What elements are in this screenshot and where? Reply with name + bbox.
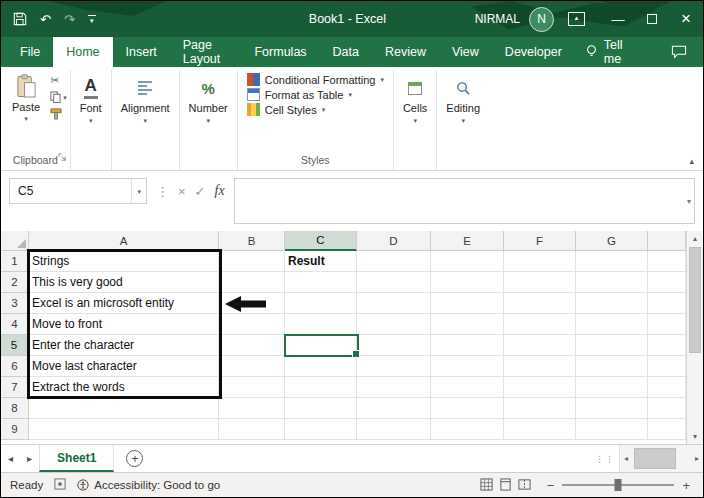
save-icon[interactable] xyxy=(13,12,27,26)
cell-G7[interactable] xyxy=(576,377,648,398)
name-box-dropdown-icon[interactable]: ▾ xyxy=(131,179,146,203)
scroll-right-icon[interactable]: ▸ xyxy=(691,454,703,463)
cell-B5[interactable] xyxy=(219,335,285,356)
cell-E8[interactable] xyxy=(431,398,504,419)
row-header-9[interactable]: 9 xyxy=(1,419,29,440)
zoom-in-icon[interactable]: + xyxy=(682,478,690,493)
cell-C3[interactable] xyxy=(285,293,357,314)
cell-B2[interactable] xyxy=(219,272,285,293)
cell-styles-button[interactable]: Cell Styles ▾ xyxy=(247,103,325,116)
cell-C7[interactable] xyxy=(285,377,357,398)
column-header-E[interactable]: E xyxy=(431,231,504,251)
cell-A2[interactable]: This is very good xyxy=(29,272,219,293)
format-as-table-button[interactable]: Format as Table ▾ xyxy=(247,88,352,101)
user-name[interactable]: NIRMAL xyxy=(475,12,520,26)
scroll-down-icon[interactable]: ▾ xyxy=(687,429,703,444)
row-header-5[interactable]: 5 xyxy=(1,335,29,356)
cell-G4[interactable] xyxy=(576,314,648,335)
row-header-1[interactable]: 1 xyxy=(1,251,29,272)
cell-F8[interactable] xyxy=(504,398,576,419)
cells-group-collapsed[interactable]: Cells ▾ xyxy=(394,70,437,170)
cell-C8[interactable] xyxy=(285,398,357,419)
cell-C5[interactable] xyxy=(285,335,357,356)
cell-B4[interactable] xyxy=(219,314,285,335)
cell-B9[interactable] xyxy=(219,419,285,440)
name-box[interactable]: C5 ▾ xyxy=(9,178,147,204)
clipboard-dialog-launcher-icon[interactable] xyxy=(58,148,67,166)
cell-D5[interactable] xyxy=(357,335,431,356)
paste-button[interactable]: Paste ▾ xyxy=(4,72,48,124)
cell-A6[interactable]: Move last character xyxy=(29,356,219,377)
column-header-D[interactable]: D xyxy=(357,231,431,251)
tab-file[interactable]: File xyxy=(7,37,53,67)
cell-A5[interactable]: Enter the character xyxy=(29,335,219,356)
row-header-4[interactable]: 4 xyxy=(1,314,29,335)
column-header-A[interactable]: A xyxy=(29,231,219,251)
cell-D6[interactable] xyxy=(357,356,431,377)
cell-A9[interactable] xyxy=(29,419,219,440)
horizontal-scroll-thumb[interactable] xyxy=(634,448,676,469)
cell-C1[interactable]: Result xyxy=(285,251,357,272)
cell-G3[interactable] xyxy=(576,293,648,314)
cell-E4[interactable] xyxy=(431,314,504,335)
cell-E6[interactable] xyxy=(431,356,504,377)
cell-B8[interactable] xyxy=(219,398,285,419)
cell-E7[interactable] xyxy=(431,377,504,398)
cell-E2[interactable] xyxy=(431,272,504,293)
cell-C4[interactable] xyxy=(285,314,357,335)
tell-me-box[interactable]: Tell me xyxy=(575,37,633,67)
cell-D7[interactable] xyxy=(357,377,431,398)
comments-icon[interactable] xyxy=(633,37,703,67)
tab-developer[interactable]: Developer xyxy=(492,37,575,67)
page-layout-view-icon[interactable] xyxy=(499,478,512,493)
cell-B3[interactable] xyxy=(219,293,285,314)
cell-A7[interactable]: Extract the words xyxy=(29,377,219,398)
cell-A3[interactable]: Excel is an microsoft entity xyxy=(29,293,219,314)
zoom-slider-track[interactable] xyxy=(562,484,674,486)
cut-icon[interactable]: ✂ xyxy=(50,75,67,86)
cell-E3[interactable] xyxy=(431,293,504,314)
column-header-B[interactable]: B xyxy=(219,231,285,251)
vertical-scrollbar[interactable]: ▴ ▾ xyxy=(686,231,703,444)
tab-insert[interactable]: Insert xyxy=(113,37,170,67)
macro-record-icon[interactable] xyxy=(54,478,66,492)
tab-formulas[interactable]: Formulas xyxy=(241,37,319,67)
cell-E9[interactable] xyxy=(431,419,504,440)
cell-G2[interactable] xyxy=(576,272,648,293)
tab-page-layout[interactable]: Page Layout xyxy=(170,37,242,67)
tab-review[interactable]: Review xyxy=(372,37,439,67)
customize-quick-access-icon[interactable]: ▾ xyxy=(88,15,96,24)
normal-view-icon[interactable] xyxy=(480,478,493,493)
cancel-icon[interactable]: × xyxy=(178,184,186,199)
cell-B1[interactable] xyxy=(219,251,285,272)
row-header-6[interactable]: 6 xyxy=(1,356,29,377)
zoom-out-icon[interactable]: − xyxy=(547,478,555,493)
conditional-formatting-button[interactable]: Conditional Formatting ▾ xyxy=(247,73,384,86)
font-group-collapsed[interactable]: A Font ▾ xyxy=(71,70,112,170)
ribbon-display-options-icon[interactable]: ▴ xyxy=(568,12,585,26)
sheet-nav-right-icon[interactable]: ▸ xyxy=(20,445,39,472)
cell-C2[interactable] xyxy=(285,272,357,293)
cell-F9[interactable] xyxy=(504,419,576,440)
cell-G8[interactable] xyxy=(576,398,648,419)
cell-B6[interactable] xyxy=(219,356,285,377)
scroll-left-icon[interactable]: ◂ xyxy=(620,454,632,463)
cell-D1[interactable] xyxy=(357,251,431,272)
expand-formula-bar-icon[interactable]: ▾ xyxy=(687,197,691,206)
insert-function-icon[interactable]: fx xyxy=(215,183,225,199)
cell-F7[interactable] xyxy=(504,377,576,398)
column-header-G[interactable]: G xyxy=(576,231,648,251)
enter-icon[interactable]: ✓ xyxy=(195,184,206,199)
formula-input[interactable]: ▾ xyxy=(234,178,695,224)
cell-E5[interactable] xyxy=(431,335,504,356)
row-header-7[interactable]: 7 xyxy=(1,377,29,398)
cell-C9[interactable] xyxy=(285,419,357,440)
new-sheet-button[interactable]: + xyxy=(126,445,143,472)
copy-icon[interactable]: ▾ xyxy=(50,91,67,103)
cell-F4[interactable] xyxy=(504,314,576,335)
horizontal-scrollbar[interactable]: ◂ ▸ xyxy=(619,445,703,472)
cell-G6[interactable] xyxy=(576,356,648,377)
avatar[interactable]: N xyxy=(529,7,554,32)
column-header-F[interactable]: F xyxy=(504,231,576,251)
zoom-slider-thumb[interactable] xyxy=(615,479,622,491)
